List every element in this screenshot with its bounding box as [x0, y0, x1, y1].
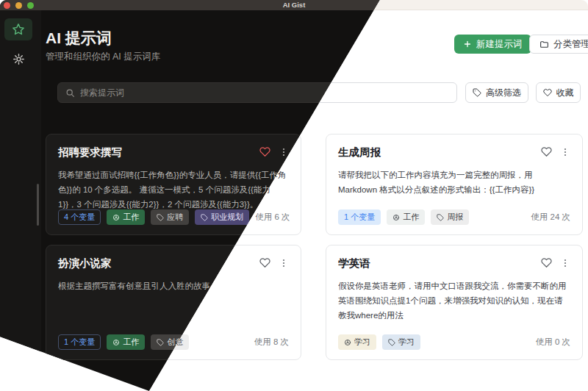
zoom-window-button[interactable] [27, 2, 34, 9]
search-placeholder: 搜索提示词 [80, 87, 124, 99]
prompt-card-weekly-report[interactable]: 生成周报 请帮我把以下的工作内容填充为一篇完整的周报，用 Markdown 格式… [326, 134, 583, 235]
tag-badge[interactable]: 学习 [382, 334, 420, 350]
composite-canvas: AI Gist AI 提示词 管理和组织你的 AI 提示 [0, 0, 588, 391]
more-menu-icon[interactable] [560, 147, 570, 157]
prompt-card-title: 招聘要求撰写 [58, 146, 122, 159]
tag-badge[interactable]: 周报 [431, 209, 469, 225]
tag-icon [388, 339, 395, 346]
usage-count: 使用 24 次 [531, 212, 570, 223]
favorite-heart-icon[interactable] [541, 257, 552, 268]
prompt-card-title: 扮演小说家 [58, 257, 112, 270]
star-icon [12, 23, 25, 36]
gear-icon [12, 53, 25, 65]
category-manage-label: 分类管理 [553, 38, 588, 51]
favorites-filter-label: 收藏 [556, 87, 574, 99]
more-menu-icon[interactable] [279, 258, 289, 268]
new-prompt-button[interactable]: 新建提示词 [454, 35, 531, 54]
category-icon [112, 339, 120, 346]
tag-badge[interactable]: 学习 [338, 334, 376, 350]
favorites-filter-button[interactable]: 收藏 [536, 82, 581, 103]
favorite-heart-icon[interactable] [259, 257, 270, 268]
tag-icon [473, 88, 481, 97]
scrollbar-thumb[interactable] [37, 184, 39, 226]
prompt-card-learn-english[interactable]: 学英语 假设你是英语老师，请用中文口语跟我交流，你需要不断的用英语围绕知识点提1… [326, 245, 583, 360]
prompt-card-description: 我希望通过面试招聘{{工作角色}}的专业人员，请提供{{工作角色}}的 10 个… [58, 168, 289, 209]
category-icon [392, 214, 400, 221]
favorite-heart-icon[interactable] [259, 146, 270, 157]
prompt-card-title: 学英语 [338, 257, 370, 270]
category-icon [112, 214, 120, 221]
tag-icon [157, 339, 164, 346]
variable-count-badge: 4 个变量 [58, 209, 101, 225]
advanced-filter-label: 高级筛选 [486, 87, 521, 99]
window-title: AI Gist [283, 1, 306, 9]
prompt-card-description: 假设你是英语老师，请用中文口语跟我交流，你需要不断的用英语围绕知识点提1个问题，… [338, 279, 570, 334]
category-manage-button[interactable]: 分类管理 [529, 35, 588, 54]
minimize-button[interactable] [15, 2, 22, 9]
settings-button[interactable] [10, 51, 26, 67]
prompt-card-title: 生成周报 [338, 146, 381, 159]
tag-icon [201, 214, 208, 221]
search-icon [65, 88, 75, 98]
sidebar [0, 10, 41, 391]
prompt-card-description: 请帮我把以下的工作内容填充为一篇完整的周报，用 Markdown 格式以分点叙述… [338, 168, 570, 209]
category-icon [344, 339, 351, 346]
tag-badge[interactable]: 应聘 [151, 209, 189, 225]
tag-badge[interactable]: 工作 [107, 334, 145, 350]
tag-badge[interactable]: 工作 [387, 209, 425, 225]
page-subtitle: 管理和组织你的 AI 提示词库 [46, 51, 160, 63]
tag-icon [157, 214, 164, 221]
tag-badge[interactable]: 职业规划 [195, 209, 249, 225]
plus-icon [463, 40, 472, 49]
usage-count: 使用 0 次 [536, 337, 570, 348]
page-title: AI 提示词 [46, 28, 112, 49]
favorite-heart-icon[interactable] [541, 146, 552, 157]
tag-icon [437, 214, 444, 221]
usage-count: 使用 8 次 [254, 337, 289, 348]
sidebar-item-prompts[interactable] [4, 18, 32, 40]
more-menu-icon[interactable] [279, 147, 289, 157]
traffic-lights [4, 2, 34, 9]
variable-count-badge: 1 个变量 [338, 209, 381, 225]
tag-badge[interactable]: 工作 [107, 209, 145, 225]
variable-count-badge: 1 个变量 [58, 334, 101, 350]
usage-count: 使用 6 次 [255, 212, 290, 223]
close-button[interactable] [4, 2, 10, 9]
advanced-filter-button[interactable]: 高级筛选 [465, 82, 528, 103]
heart-icon [543, 88, 552, 97]
new-prompt-label: 新建提示词 [476, 38, 523, 51]
folder-icon [539, 40, 549, 49]
more-menu-icon[interactable] [560, 258, 570, 268]
